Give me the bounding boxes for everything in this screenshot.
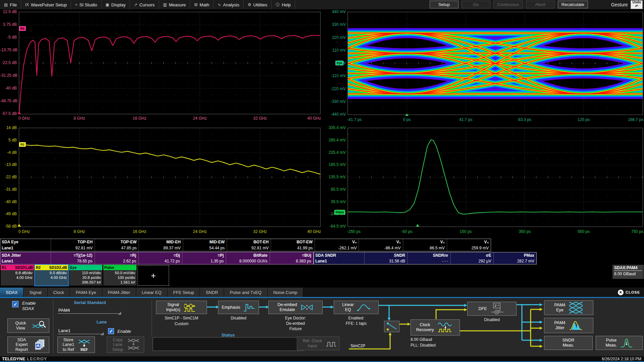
- deembed-emulate-block[interactable]: De-embed Emulate: [268, 301, 323, 314]
- block-label: Emphasis: [222, 305, 240, 310]
- block-label: De-embed: [277, 302, 297, 307]
- linear-eq-block[interactable]: Linear EQ: [334, 301, 379, 314]
- tab-signal[interactable]: Signal: [23, 288, 47, 297]
- tab-ffe-setup[interactable]: FFE Setup: [167, 288, 200, 297]
- x-tick-label: 166.7 ps: [614, 117, 643, 122]
- menu-item-help[interactable]: ⓘHelp: [272, 0, 295, 9]
- y-tick-label: -49 dB: [0, 212, 17, 216]
- add-trace-button[interactable]: +: [138, 265, 169, 286]
- y-tick-label: -64.5 mV: [322, 224, 346, 229]
- x-tick-label: 40 GHz: [292, 116, 321, 121]
- column-header: TOP-EW: [95, 239, 139, 245]
- pam4-eye-block[interactable]: PAM4 Eye: [544, 300, 593, 315]
- column-header: MID-EH: [139, 239, 182, 245]
- menu-item-display[interactable]: ▣Display: [102, 0, 130, 9]
- setup-button[interactable]: Setup: [430, 1, 459, 8]
- descriptor-pulse[interactable]: Pulse 50.0 mV/div 100 ps/div 1.561 k#: [103, 265, 137, 286]
- tab-pulse-txeq[interactable]: Pulse and TxEQ: [224, 288, 267, 297]
- block-label: EQ: [345, 307, 351, 312]
- sda-expert-report-button[interactable]: SDA Expert Report: [7, 337, 49, 353]
- sdax-summary-box[interactable]: SDAX:PAM4 8.00 GBaud: [612, 265, 644, 279]
- tab-pam4-jitter[interactable]: PAM4 Jitter: [102, 288, 136, 297]
- close-dialog-button[interactable]: ✕ CLOSE: [618, 288, 644, 297]
- y-tick-label: 220 mV: [322, 35, 346, 40]
- signal-waveform-icon: [183, 302, 197, 312]
- y-tick-label: -4 dB: [0, 150, 17, 155]
- block-label: Clock: [420, 322, 430, 327]
- menu-item-file[interactable]: ▤File: [0, 0, 21, 9]
- sdax-title: SDAX:PAM4: [614, 265, 642, 271]
- cursor-icon: ↗: [134, 2, 137, 7]
- tab-sndr[interactable]: SNDR: [200, 288, 224, 297]
- menu-item-analysis[interactable]: ∿Analysis: [214, 0, 244, 9]
- serial-standard-select[interactable]: PAM4: [58, 307, 121, 314]
- ref-clock-label: Input: [300, 344, 325, 349]
- store-lane1-to-ref-button[interactable]: Store Lane1 to Ref REF: [57, 337, 95, 353]
- plot-pulse-response: [347, 128, 643, 227]
- menu-item-measure[interactable]: ▥Measure: [159, 0, 190, 9]
- menu-item-si-studio[interactable]: ≈SI Studio: [71, 0, 101, 9]
- menu-item-cursors[interactable]: ↗Cursors: [130, 0, 159, 9]
- dfe-status: Disabled: [467, 317, 517, 322]
- y-tick-label: 85.5 mV: [322, 187, 346, 192]
- enable-sdax-checkbox[interactable]: ✓: [12, 301, 18, 307]
- enable-lane-checkbox[interactable]: ✓: [108, 328, 114, 334]
- table-value: 92.81 mV: [227, 245, 271, 251]
- descriptor-r2[interactable]: R2 SD1D2,dB 9.0 dB/div 4.00 GHz: [35, 265, 68, 286]
- menu-item-math[interactable]: ⊞Math: [190, 0, 214, 9]
- tab-clock[interactable]: Clock: [48, 288, 70, 297]
- menu-item-label: WavePulser Setup: [31, 2, 67, 7]
- table-value: 54.44 ps: [183, 245, 227, 251]
- y-tick-label: -48.75 dB: [0, 99, 17, 103]
- clock-recovery-block[interactable]: Clock Recovery: [411, 319, 460, 336]
- report-label: Expert: [10, 342, 33, 347]
- tab-linear-eq[interactable]: Linear EQ: [136, 288, 168, 297]
- menubar: ▤File iXWavePulser Setup ≈SI Studio ▣Dis…: [0, 0, 644, 9]
- store-ref-label: Store: [60, 338, 77, 343]
- pam4-eye-icon: [569, 301, 583, 314]
- pulse-meas-block[interactable]: Pulse Meas.: [596, 336, 643, 350]
- menu-item-wavepulser-setup[interactable]: iXWavePulser Setup: [21, 0, 71, 9]
- descriptor-scale: 50.0 mV/div: [103, 270, 135, 275]
- sndr-meas-block[interactable]: SNDR Meas.: [544, 336, 593, 350]
- y-tick-label: -40 dB: [0, 199, 17, 204]
- column-header: V₀: [315, 239, 359, 245]
- signal-input-block[interactable]: Signal Input(s): [156, 301, 207, 314]
- pam4-jitter-block[interactable]: PAM4 Jitter: [544, 318, 593, 333]
- tab-noise-comp[interactable]: Noise Comp: [268, 288, 304, 297]
- table-value: 292 μV: [450, 258, 493, 264]
- tab-sdax[interactable]: SDAX: [0, 288, 23, 297]
- menu-item-utilities[interactable]: ⚙Utilities: [244, 0, 272, 9]
- block-label: Emulate: [280, 307, 295, 312]
- trace-badge-r2[interactable]: R2: [19, 142, 26, 147]
- report-label: Report: [10, 347, 33, 352]
- trace-badge-eye[interactable]: Eye: [335, 61, 343, 65]
- deembed-icon: [300, 302, 314, 312]
- trace-badge-r1[interactable]: R1: [19, 26, 26, 31]
- recalculate-button[interactable]: Recalculate: [558, 1, 588, 8]
- column-header: =BUj: [270, 252, 314, 258]
- clock-source-switch[interactable]: [384, 321, 399, 332]
- lane-select[interactable]: Lane1: [58, 327, 104, 334]
- descriptor-r1[interactable]: R1 SD1D1,dB 8.8 dB/div 4.00 GHz: [1, 265, 34, 286]
- block-label: Meas.: [562, 343, 574, 348]
- quick-view-button[interactable]: Quick View: [7, 318, 49, 333]
- pulse-icon: [620, 337, 633, 349]
- y-tick-label: 330 mV: [322, 22, 346, 27]
- column-header: σE: [450, 252, 493, 258]
- trace-badge-pulse[interactable]: Pulse: [334, 210, 345, 215]
- y-tick-label: -220 mV: [322, 86, 346, 91]
- descriptor-eye[interactable]: Eye 110 mV/div 20.8 ps/div 396.557 k#: [69, 265, 102, 286]
- undo-arrow-icon: ↶: [632, 4, 641, 8]
- table-value: 86.5 mV: [403, 245, 447, 251]
- dialog-tabbar: SDAX Signal Clock PAM4 Eye PAM4 Jitter L…: [0, 288, 644, 298]
- tab-pam4-eye[interactable]: PAM4 Eye: [70, 288, 102, 297]
- dfe-block[interactable]: DFE Z⁻¹: [467, 302, 517, 316]
- x-tick-label: 125 ps: [569, 117, 599, 122]
- divider: [152, 300, 152, 337]
- undo-label: Undo: [632, 0, 641, 4]
- enable-sdax-label: SDAX: [22, 306, 34, 311]
- undo-button[interactable]: Undo↶: [631, 0, 643, 9]
- emphasis-block[interactable]: Emphasis: [218, 301, 259, 314]
- column-header: SNDRnr: [407, 252, 450, 258]
